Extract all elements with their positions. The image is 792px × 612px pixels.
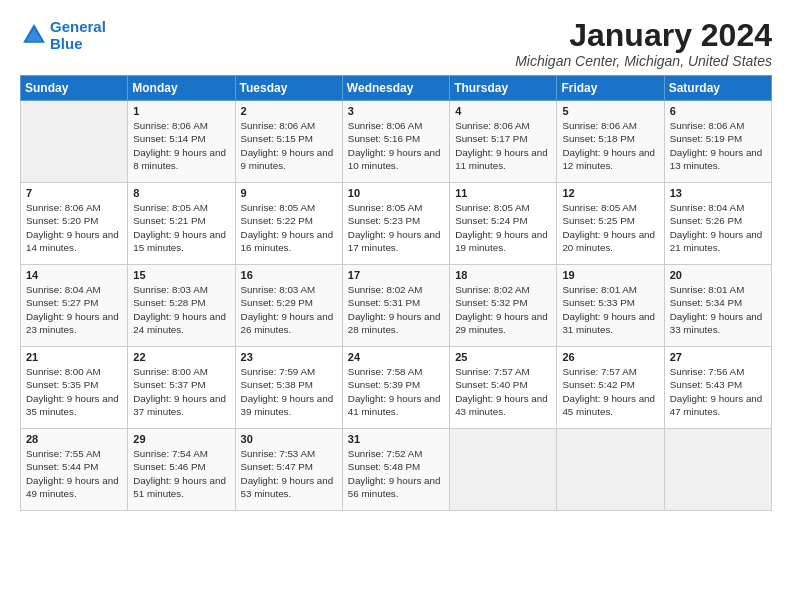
header-monday: Monday [128, 76, 235, 101]
calendar-cell: 18Sunrise: 8:02 AMSunset: 5:32 PMDayligh… [450, 265, 557, 347]
calendar-cell: 26Sunrise: 7:57 AMSunset: 5:42 PMDayligh… [557, 347, 664, 429]
day-number: 11 [455, 187, 551, 199]
logo-icon [20, 21, 48, 49]
day-number: 6 [670, 105, 766, 117]
logo-blue: Blue [50, 35, 83, 52]
cell-content: Sunrise: 8:04 AMSunset: 5:26 PMDaylight:… [670, 201, 766, 254]
day-number: 9 [241, 187, 337, 199]
cell-content: Sunrise: 8:02 AMSunset: 5:32 PMDaylight:… [455, 283, 551, 336]
calendar-cell: 17Sunrise: 8:02 AMSunset: 5:31 PMDayligh… [342, 265, 449, 347]
day-number: 15 [133, 269, 229, 281]
cell-content: Sunrise: 8:00 AMSunset: 5:35 PMDaylight:… [26, 365, 122, 418]
calendar-cell: 6Sunrise: 8:06 AMSunset: 5:19 PMDaylight… [664, 101, 771, 183]
cell-content: Sunrise: 8:06 AMSunset: 5:19 PMDaylight:… [670, 119, 766, 172]
day-number: 17 [348, 269, 444, 281]
day-number: 7 [26, 187, 122, 199]
calendar-cell: 4Sunrise: 8:06 AMSunset: 5:17 PMDaylight… [450, 101, 557, 183]
cell-content: Sunrise: 8:02 AMSunset: 5:31 PMDaylight:… [348, 283, 444, 336]
day-number: 31 [348, 433, 444, 445]
cell-content: Sunrise: 7:55 AMSunset: 5:44 PMDaylight:… [26, 447, 122, 500]
day-number: 2 [241, 105, 337, 117]
calendar-cell: 27Sunrise: 7:56 AMSunset: 5:43 PMDayligh… [664, 347, 771, 429]
header-sunday: Sunday [21, 76, 128, 101]
day-number: 23 [241, 351, 337, 363]
day-number: 5 [562, 105, 658, 117]
cell-content: Sunrise: 8:01 AMSunset: 5:33 PMDaylight:… [562, 283, 658, 336]
cell-content: Sunrise: 8:05 AMSunset: 5:21 PMDaylight:… [133, 201, 229, 254]
cell-content: Sunrise: 7:56 AMSunset: 5:43 PMDaylight:… [670, 365, 766, 418]
cell-content: Sunrise: 8:05 AMSunset: 5:24 PMDaylight:… [455, 201, 551, 254]
calendar-cell: 10Sunrise: 8:05 AMSunset: 5:23 PMDayligh… [342, 183, 449, 265]
month-title: January 2024 [515, 18, 772, 53]
page-container: General Blue January 2024 Michigan Cente… [0, 0, 792, 521]
day-number: 1 [133, 105, 229, 117]
calendar-cell: 22Sunrise: 8:00 AMSunset: 5:37 PMDayligh… [128, 347, 235, 429]
calendar-cell: 19Sunrise: 8:01 AMSunset: 5:33 PMDayligh… [557, 265, 664, 347]
cell-content: Sunrise: 7:58 AMSunset: 5:39 PMDaylight:… [348, 365, 444, 418]
calendar-cell: 2Sunrise: 8:06 AMSunset: 5:15 PMDaylight… [235, 101, 342, 183]
calendar-cell [21, 101, 128, 183]
location: Michigan Center, Michigan, United States [515, 53, 772, 69]
cell-content: Sunrise: 8:06 AMSunset: 5:15 PMDaylight:… [241, 119, 337, 172]
cell-content: Sunrise: 8:06 AMSunset: 5:14 PMDaylight:… [133, 119, 229, 172]
cell-content: Sunrise: 8:06 AMSunset: 5:16 PMDaylight:… [348, 119, 444, 172]
calendar-cell: 5Sunrise: 8:06 AMSunset: 5:18 PMDaylight… [557, 101, 664, 183]
day-number: 25 [455, 351, 551, 363]
cell-content: Sunrise: 8:01 AMSunset: 5:34 PMDaylight:… [670, 283, 766, 336]
day-number: 16 [241, 269, 337, 281]
header-saturday: Saturday [664, 76, 771, 101]
calendar-cell: 29Sunrise: 7:54 AMSunset: 5:46 PMDayligh… [128, 429, 235, 511]
day-number: 14 [26, 269, 122, 281]
day-number: 21 [26, 351, 122, 363]
cell-content: Sunrise: 8:05 AMSunset: 5:22 PMDaylight:… [241, 201, 337, 254]
day-number: 29 [133, 433, 229, 445]
cell-content: Sunrise: 8:06 AMSunset: 5:20 PMDaylight:… [26, 201, 122, 254]
day-number: 30 [241, 433, 337, 445]
calendar-cell [557, 429, 664, 511]
calendar-cell: 12Sunrise: 8:05 AMSunset: 5:25 PMDayligh… [557, 183, 664, 265]
header-row: General Blue January 2024 Michigan Cente… [20, 18, 772, 69]
calendar-cell: 7Sunrise: 8:06 AMSunset: 5:20 PMDaylight… [21, 183, 128, 265]
calendar-cell: 16Sunrise: 8:03 AMSunset: 5:29 PMDayligh… [235, 265, 342, 347]
calendar-week-1: 1Sunrise: 8:06 AMSunset: 5:14 PMDaylight… [21, 101, 772, 183]
day-number: 3 [348, 105, 444, 117]
cell-content: Sunrise: 7:52 AMSunset: 5:48 PMDaylight:… [348, 447, 444, 500]
cell-content: Sunrise: 8:03 AMSunset: 5:29 PMDaylight:… [241, 283, 337, 336]
calendar-cell: 3Sunrise: 8:06 AMSunset: 5:16 PMDaylight… [342, 101, 449, 183]
calendar-week-4: 21Sunrise: 8:00 AMSunset: 5:35 PMDayligh… [21, 347, 772, 429]
calendar-header-row: SundayMondayTuesdayWednesdayThursdayFrid… [21, 76, 772, 101]
logo-general: General [50, 18, 106, 35]
calendar-cell: 15Sunrise: 8:03 AMSunset: 5:28 PMDayligh… [128, 265, 235, 347]
day-number: 4 [455, 105, 551, 117]
cell-content: Sunrise: 8:03 AMSunset: 5:28 PMDaylight:… [133, 283, 229, 336]
cell-content: Sunrise: 8:00 AMSunset: 5:37 PMDaylight:… [133, 365, 229, 418]
day-number: 12 [562, 187, 658, 199]
cell-content: Sunrise: 8:06 AMSunset: 5:17 PMDaylight:… [455, 119, 551, 172]
cell-content: Sunrise: 7:59 AMSunset: 5:38 PMDaylight:… [241, 365, 337, 418]
calendar-week-2: 7Sunrise: 8:06 AMSunset: 5:20 PMDaylight… [21, 183, 772, 265]
calendar-cell: 11Sunrise: 8:05 AMSunset: 5:24 PMDayligh… [450, 183, 557, 265]
calendar-cell: 31Sunrise: 7:52 AMSunset: 5:48 PMDayligh… [342, 429, 449, 511]
cell-content: Sunrise: 8:05 AMSunset: 5:23 PMDaylight:… [348, 201, 444, 254]
cell-content: Sunrise: 8:06 AMSunset: 5:18 PMDaylight:… [562, 119, 658, 172]
day-number: 28 [26, 433, 122, 445]
calendar-cell: 1Sunrise: 8:06 AMSunset: 5:14 PMDaylight… [128, 101, 235, 183]
calendar-cell [664, 429, 771, 511]
cell-content: Sunrise: 7:54 AMSunset: 5:46 PMDaylight:… [133, 447, 229, 500]
calendar-cell: 21Sunrise: 8:00 AMSunset: 5:35 PMDayligh… [21, 347, 128, 429]
calendar-table: SundayMondayTuesdayWednesdayThursdayFrid… [20, 75, 772, 511]
header-friday: Friday [557, 76, 664, 101]
calendar-cell: 24Sunrise: 7:58 AMSunset: 5:39 PMDayligh… [342, 347, 449, 429]
calendar-cell: 20Sunrise: 8:01 AMSunset: 5:34 PMDayligh… [664, 265, 771, 347]
day-number: 19 [562, 269, 658, 281]
day-number: 13 [670, 187, 766, 199]
calendar-week-5: 28Sunrise: 7:55 AMSunset: 5:44 PMDayligh… [21, 429, 772, 511]
calendar-cell: 8Sunrise: 8:05 AMSunset: 5:21 PMDaylight… [128, 183, 235, 265]
calendar-cell [450, 429, 557, 511]
calendar-cell: 13Sunrise: 8:04 AMSunset: 5:26 PMDayligh… [664, 183, 771, 265]
day-number: 18 [455, 269, 551, 281]
day-number: 10 [348, 187, 444, 199]
day-number: 24 [348, 351, 444, 363]
calendar-cell: 28Sunrise: 7:55 AMSunset: 5:44 PMDayligh… [21, 429, 128, 511]
cell-content: Sunrise: 7:53 AMSunset: 5:47 PMDaylight:… [241, 447, 337, 500]
